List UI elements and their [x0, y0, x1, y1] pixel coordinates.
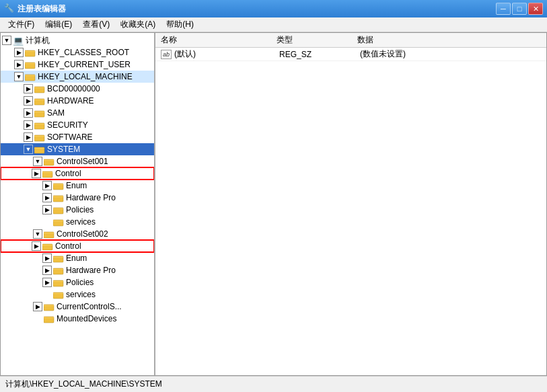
computer-icon: 💻	[13, 36, 24, 46]
menu-edit[interactable]: 编辑(E)	[40, 17, 77, 32]
table-header: 名称 类型 数据	[155, 33, 546, 48]
tree-label-hkcr: HKEY_CLASSES_ROOT	[38, 48, 129, 57]
close-button[interactable]: ✕	[528, 3, 543, 15]
svg-rect-38	[53, 196, 63, 197]
expand-hwpro2[interactable]: ▶	[42, 266, 52, 275]
tree-item-enum1[interactable]: ▶ Enum	[1, 180, 154, 192]
expand-enum1[interactable]: ▶	[42, 181, 52, 190]
menu-bar: 文件(F) 编辑(E) 查看(V) 收藏夹(A) 帮助(H)	[0, 17, 547, 32]
expand-policies1[interactable]: ▶	[42, 205, 52, 214]
tree-item-controlset002[interactable]: ▼ ControlSet002	[1, 228, 154, 240]
folder-icon-cs002	[44, 230, 54, 239]
tree-item-policies2[interactable]: ▶ Policies	[1, 276, 154, 288]
svg-rect-41	[53, 208, 63, 209]
svg-rect-35	[53, 184, 63, 185]
main-area: ▼ 💻 计算机 ▶ HKEY_CLASSES_ROOT ▶	[0, 32, 547, 376]
svg-rect-53	[53, 257, 63, 258]
expand-cs002[interactable]: ▼	[33, 229, 42, 239]
tree-item-software[interactable]: ▶ SOFTWARE	[1, 131, 154, 143]
expand-enum2[interactable]: ▶	[42, 253, 52, 263]
expand-security[interactable]: ▶	[24, 120, 33, 130]
maximize-button[interactable]: □	[512, 3, 527, 15]
tree-item-bcd[interactable]: ▶ BCD00000000	[1, 83, 154, 95]
tree-item-control1[interactable]: ▶ Control	[1, 167, 154, 180]
tree-item-controlset001[interactable]: ▼ ControlSet001	[1, 155, 154, 167]
folder-icon-hklm	[25, 73, 36, 81]
minimize-button[interactable]: ─	[496, 3, 511, 15]
folder-icon-policies2	[53, 278, 64, 287]
app-icon: 🔧	[4, 3, 15, 14]
expand-hardware[interactable]: ▶	[24, 96, 33, 106]
tree-label-hwpro1: Hardware Pro	[66, 193, 116, 202]
expand-hkcr[interactable]: ▶	[14, 48, 24, 57]
tree-label-computer: 计算机	[26, 35, 50, 46]
expand-software[interactable]: ▶	[24, 132, 33, 142]
svg-rect-8	[25, 75, 35, 76]
folder-icon-hwpro2	[53, 266, 64, 275]
tree-item-hwpro1[interactable]: ▶ Hardware Pro	[1, 192, 154, 204]
status-bar: 计算机\HKEY_LOCAL_MACHINE\SYSTEM	[0, 376, 547, 392]
expand-system[interactable]: ▼	[24, 145, 33, 154]
tree-label-hkcu: HKEY_CURRENT_USER	[38, 60, 131, 69]
expand-ccs[interactable]: ▶	[33, 302, 42, 311]
tree-label-hklm: HKEY_LOCAL_MACHINE	[38, 72, 133, 81]
status-text: 计算机\HKEY_LOCAL_MACHINE\SYSTEM	[5, 379, 162, 390]
table-row[interactable]: ab (默认) REG_SZ (数值未设置)	[155, 48, 546, 61]
tree-item-hklm[interactable]: ▼ HKEY_LOCAL_MACHINE	[1, 71, 154, 83]
expand-sam[interactable]: ▶	[24, 108, 33, 118]
tree-item-policies1[interactable]: ▶ Policies	[1, 204, 154, 216]
tree-label-hwpro2: Hardware Pro	[66, 266, 116, 275]
folder-icon-mounted	[44, 315, 54, 323]
tree-label-sam: SAM	[47, 108, 65, 118]
tree-label-cs002: ControlSet002	[57, 229, 108, 239]
tree-label-bcd: BCD00000000	[47, 84, 100, 93]
tree-item-system[interactable]: ▼ SYSTEM	[1, 143, 154, 155]
tree-label-mounted: MountedDevices	[57, 314, 116, 323]
folder-icon-bcd	[34, 85, 45, 93]
svg-rect-44	[53, 221, 63, 221]
expand-hwpro1[interactable]: ▶	[42, 193, 52, 202]
expand-hklm[interactable]: ▼	[14, 72, 24, 81]
tree-item-hkcr[interactable]: ▶ HKEY_CLASSES_ROOT	[1, 46, 154, 58]
tree-item-security[interactable]: ▶ SECURITY	[1, 119, 154, 131]
tree-label-services2: services	[66, 290, 96, 299]
menu-help[interactable]: 帮助(H)	[161, 17, 199, 32]
tree-item-sam[interactable]: ▶ SAM	[1, 107, 154, 119]
title-bar: 🔧 注册表编辑器 ─ □ ✕	[0, 0, 547, 17]
tree-item-mounted[interactable]: MountedDevices	[1, 313, 154, 325]
svg-rect-20	[34, 124, 44, 124]
tree-item-services2[interactable]: services	[1, 288, 154, 301]
tree-item-hardware[interactable]: ▶ HARDWARE	[1, 95, 154, 107]
value-data: (数值未设置)	[360, 48, 546, 60]
expand-bcd[interactable]: ▶	[24, 84, 33, 93]
svg-rect-29	[44, 160, 54, 161]
svg-rect-32	[42, 172, 52, 173]
value-type: REG_SZ	[279, 50, 360, 59]
tree-item-enum2[interactable]: ▶ Enum	[1, 252, 154, 264]
tree-item-services1[interactable]: services	[1, 216, 154, 228]
tree-item-computer[interactable]: ▼ 💻 计算机	[1, 34, 154, 46]
expand-policies2[interactable]: ▶	[42, 278, 52, 287]
tree-item-control2[interactable]: ▶ Control	[1, 240, 154, 252]
expand-hkcu[interactable]: ▶	[14, 60, 24, 69]
menu-favorites[interactable]: 收藏夹(A)	[115, 17, 161, 32]
folder-icon-cs001	[44, 157, 54, 166]
tree-scroll[interactable]: ▼ 💻 计算机 ▶ HKEY_CLASSES_ROOT ▶	[1, 33, 154, 375]
menu-view[interactable]: 查看(V)	[77, 17, 115, 32]
expand-control1[interactable]: ▶	[32, 169, 41, 178]
expand-control2[interactable]: ▶	[32, 241, 41, 251]
tree-item-hwpro2[interactable]: ▶ Hardware Pro	[1, 264, 154, 276]
folder-icon-hkcu	[25, 61, 36, 69]
folder-icon-control1	[42, 169, 53, 178]
expand-cs001[interactable]: ▼	[33, 157, 42, 166]
value-name: (默认)	[174, 48, 196, 60]
expand-computer[interactable]: ▼	[2, 36, 11, 45]
menu-file[interactable]: 文件(F)	[3, 17, 40, 32]
svg-rect-62	[53, 293, 63, 294]
svg-rect-59	[53, 281, 63, 282]
tree-item-ccs[interactable]: ▶ CurrentControlS...	[1, 301, 154, 313]
svg-rect-26	[34, 148, 44, 149]
folder-icon-system	[34, 145, 45, 154]
value-type-icon: ab	[161, 50, 172, 59]
tree-item-hkcu[interactable]: ▶ HKEY_CURRENT_USER	[1, 58, 154, 71]
